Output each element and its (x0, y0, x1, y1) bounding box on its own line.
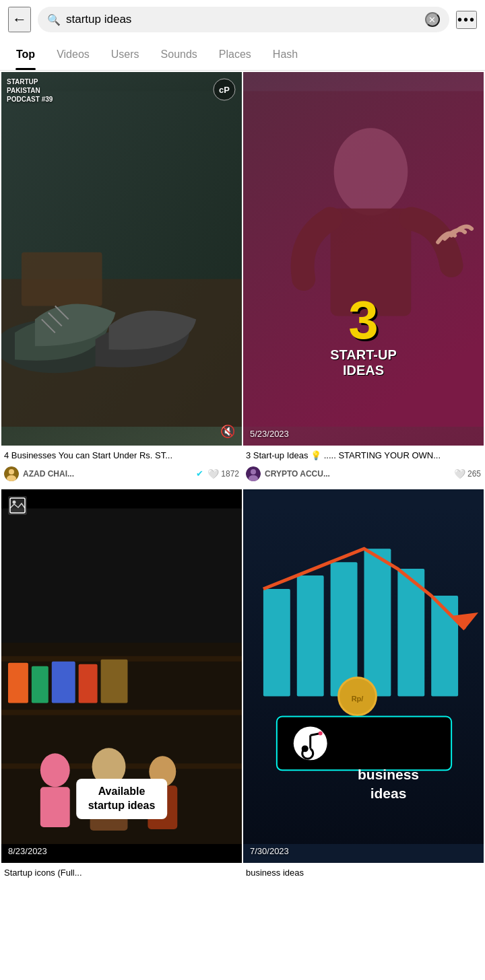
card-title-1: 4 Businesses You can Start Under Rs. ST.… (4, 450, 239, 462)
more-options-button[interactable]: ••• (456, 11, 477, 29)
channel-logo-1: cP (212, 77, 236, 104)
number-text-2: START-UPIDEAS (330, 347, 397, 378)
label-available-3: Availablestartup ideas (76, 779, 168, 819)
svg-rect-35 (263, 589, 290, 697)
svg-rect-20 (8, 662, 28, 703)
svg-rect-36 (297, 575, 324, 696)
svg-rect-22 (52, 661, 75, 703)
card-info-1: 4 Businesses You can Start Under Rs. ST.… (1, 446, 242, 487)
svg-point-46 (319, 731, 323, 735)
heart-icon-2: 🤍 (454, 468, 465, 479)
tab-hash[interactable]: Hash (262, 39, 309, 70)
svg-rect-31 (8, 496, 27, 515)
svg-rect-37 (331, 562, 358, 696)
svg-point-47 (302, 745, 309, 752)
overlay-tl-1: STARTUPPAKISTANPODCAST #39 (7, 77, 53, 104)
likes-1: 🤍 1872 (207, 468, 239, 479)
verified-badge-1: ✔ (196, 468, 203, 479)
number-overlay-2: 3 START-UPIDEAS (330, 293, 397, 378)
svg-point-33 (13, 500, 16, 503)
svg-point-10 (334, 128, 408, 215)
video-card-1[interactable]: STARTUPPAKISTANPODCAST #39 cP 🔇 4 Busine… (1, 72, 242, 488)
heart-icon-1: 🤍 (207, 468, 219, 479)
big-number-2: 3 (330, 293, 397, 347)
likes-2: 🤍 265 (454, 468, 481, 479)
card-meta-2: CRYPTO ACCU... 🤍 265 (246, 466, 481, 481)
svg-text:cP: cP (219, 85, 230, 95)
svg-rect-26 (40, 787, 70, 827)
date-badge-3: 8/23/2023 (8, 846, 47, 856)
svg-point-7 (9, 469, 14, 475)
tabs-bar: Top Videos Users Sounds Places Hash (0, 39, 485, 71)
date-badge-4: 7/30/2023 (250, 846, 289, 856)
username-2: CRYPTO ACCU... (265, 469, 450, 479)
search-query-text: startup ideas (66, 13, 420, 26)
tab-top[interactable]: Top (5, 39, 46, 70)
tab-videos[interactable]: Videos (46, 39, 100, 70)
thumbnail-1: STARTUPPAKISTANPODCAST #39 cP 🔇 (1, 72, 242, 446)
svg-rect-38 (364, 549, 391, 696)
avatar-2 (246, 466, 261, 481)
tab-users[interactable]: Users (100, 39, 150, 70)
date-badge-2: 5/23/2023 (250, 429, 289, 439)
card-title-4: business ideas (246, 867, 481, 879)
svg-rect-2 (22, 252, 102, 306)
svg-rect-21 (32, 666, 48, 703)
svg-point-13 (251, 469, 256, 475)
svg-point-25 (40, 753, 70, 787)
card-info-2: 3 Start-up Ideas 💡 ..... STARTING YOUR O… (243, 446, 484, 487)
search-bar: 🔍 startup ideas ✕ (38, 7, 449, 32)
label-text-3: Availablestartup ideas (88, 785, 156, 813)
tab-places[interactable]: Places (208, 39, 262, 70)
card-info-3: Startup icons (Full... (1, 863, 242, 890)
back-button[interactable]: ← (8, 7, 31, 32)
username-1: AZAD CHAI... (23, 469, 192, 479)
video-card-2[interactable]: 3 START-UPIDEAS 5/23/2023 3 Start-up Ide… (243, 72, 484, 488)
thumbnail-4: Rp/ businessideas 7/30/2023 (243, 489, 484, 863)
thumbnail-3: Availablestartup ideas 8/23/2023 (1, 489, 242, 863)
header: ← 🔍 startup ideas ✕ ••• (0, 0, 485, 39)
svg-rect-18 (1, 709, 242, 715)
video-card-3[interactable]: Availablestartup ideas 8/23/2023 Startup… (1, 489, 242, 890)
card-title-2: 3 Start-up Ideas 💡 ..... STARTING YOUR O… (246, 450, 481, 462)
card-meta-1: AZAD CHAI... ✔ 🤍 1872 (4, 466, 239, 481)
tiktok-business-text-4: businessideas (358, 765, 419, 802)
svg-rect-24 (101, 659, 128, 703)
mute-icon-1: 🔇 (220, 424, 235, 439)
card-info-4: business ideas (243, 863, 484, 890)
video-card-4[interactable]: Rp/ businessideas 7/30/2023 business ide… (243, 489, 484, 890)
svg-rect-23 (79, 664, 98, 703)
image-icon-3 (8, 496, 27, 518)
search-icon: 🔍 (47, 13, 61, 26)
svg-text:Rp/: Rp/ (352, 694, 364, 702)
avatar-1 (4, 466, 19, 481)
card-title-3: Startup icons (Full... (4, 867, 239, 879)
tab-sounds[interactable]: Sounds (150, 39, 208, 70)
results-grid: STARTUPPAKISTANPODCAST #39 cP 🔇 4 Busine… (0, 71, 485, 891)
clear-search-button[interactable]: ✕ (425, 12, 440, 27)
thumbnail-2: 3 START-UPIDEAS 5/23/2023 (243, 72, 484, 446)
